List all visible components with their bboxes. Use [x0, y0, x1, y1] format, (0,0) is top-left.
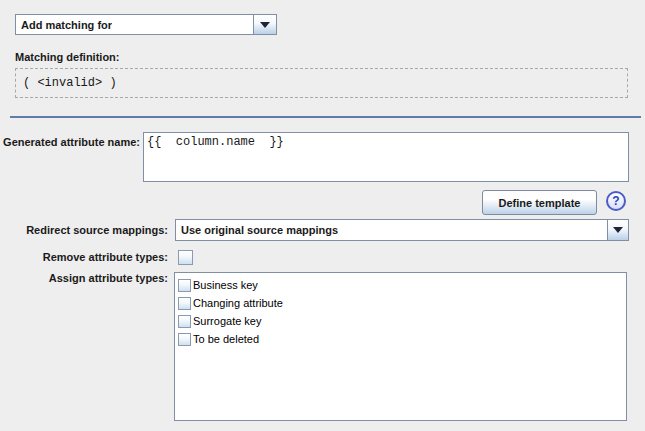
matching-definition-label: Matching definition:: [15, 51, 119, 63]
chevron-down-icon: [260, 22, 270, 28]
generated-attribute-name-input[interactable]: {{ column.name }}: [143, 132, 629, 182]
define-template-button[interactable]: Define template: [482, 190, 597, 215]
list-item-label: To be deleted: [193, 333, 259, 345]
redirect-source-mappings-dropdown-button[interactable]: [607, 220, 628, 240]
list-item-label: Surrogate key: [193, 315, 261, 327]
attribute-matching-panel: Add matching for Matching definition: ( …: [0, 0, 645, 431]
list-item-label: Business key: [193, 279, 258, 291]
list-item[interactable]: Surrogate key: [175, 312, 626, 330]
to-be-deleted-checkbox[interactable]: [178, 333, 191, 346]
assign-attribute-types-list[interactable]: Business key Changing attribute Surrogat…: [174, 272, 627, 421]
matching-definition-box[interactable]: ( <invalid> ): [15, 68, 628, 98]
list-item[interactable]: Changing attribute: [175, 294, 626, 312]
business-key-checkbox[interactable]: [178, 279, 191, 292]
matching-type-dropdown-button[interactable]: [253, 15, 276, 34]
matching-type-selected-value: Add matching for: [16, 15, 112, 34]
redirect-source-mappings-selected-value: Use original source mappings: [176, 220, 338, 240]
list-item-label: Changing attribute: [193, 297, 283, 309]
changing-attribute-checkbox[interactable]: [178, 297, 191, 310]
matching-definition-expression: ( <invalid> ): [23, 69, 117, 97]
matching-type-combobox[interactable]: Add matching for: [15, 14, 277, 35]
remove-attribute-types-label: Remove attribute types:: [0, 251, 168, 263]
list-item[interactable]: To be deleted: [175, 330, 626, 348]
remove-attribute-types-checkbox[interactable]: [178, 250, 193, 265]
section-separator: [10, 116, 641, 118]
generated-attribute-name-label: Generated attribute name:: [0, 136, 140, 148]
help-icon[interactable]: ?: [606, 191, 626, 211]
list-item[interactable]: Business key: [175, 276, 626, 294]
redirect-source-mappings-combobox[interactable]: Use original source mappings: [175, 219, 629, 241]
surrogate-key-checkbox[interactable]: [178, 315, 191, 328]
chevron-down-icon: [613, 227, 623, 233]
redirect-source-mappings-label: Redirect source mappings:: [0, 224, 168, 236]
assign-attribute-types-label: Assign attribute types:: [0, 272, 168, 284]
